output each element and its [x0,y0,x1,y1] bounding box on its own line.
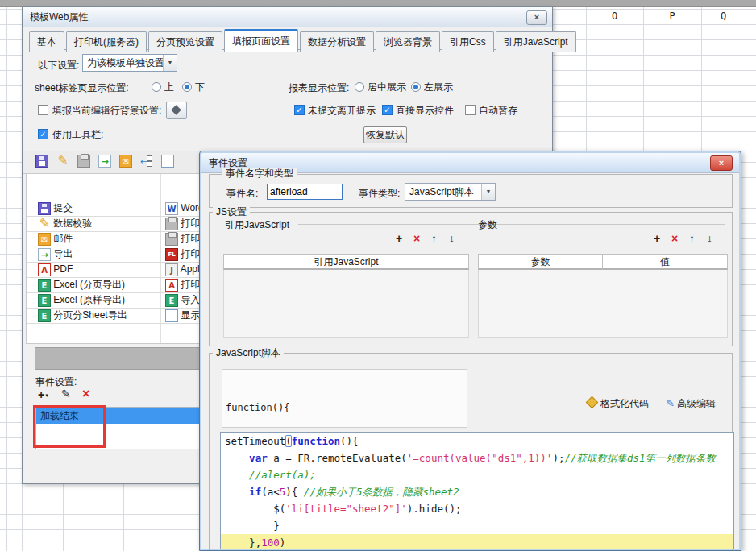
ref-js-table-header[interactable]: 引用JavaScript [223,254,469,270]
tab-3[interactable]: 填报页面设置 [224,29,298,52]
table-cell-right: 打印 [165,231,200,246]
button-label: 提交 [51,202,73,213]
edit-note-icon: ✎ [666,397,675,409]
params-table-body[interactable] [478,270,728,338]
code-line-highlighted[interactable]: },100) [221,534,733,549]
tab-2[interactable]: 分页预览设置 [148,31,222,52]
close-icon[interactable]: × [710,155,733,171]
radio-上[interactable] [152,82,161,92]
use-toolbar-label: 使用工具栏: [52,128,103,142]
arrow-up-icon[interactable]: ↑ [431,232,437,245]
script-group-label: JavaScript脚本 [213,348,284,358]
tab-6[interactable]: 引用Css [442,31,494,52]
flash-icon [165,248,178,261]
scroll-thumb[interactable] [35,347,205,370]
use-toolbar-checkbox[interactable]: ✓ [38,129,48,139]
sheet-tab-position-label: sheet标签页显示位置: [35,81,129,95]
pencil-icon [38,218,51,230]
save-icon[interactable] [35,155,48,168]
event-name-input[interactable] [267,184,343,200]
print-icon [165,233,178,246]
button-label: 导入 [178,294,200,305]
column-header-O[interactable]: O [586,9,643,23]
code-line[interactable]: var a = FR.remoteEvaluate('=count(value(… [221,450,733,466]
widget-icon[interactable]: ← [140,155,153,168]
tab-5[interactable]: 浏览器背景 [376,31,440,52]
add-icon[interactable]: + [396,232,402,245]
row-bg-checkbox[interactable] [38,105,48,115]
name-type-group-label: 事件名字和类型 [222,168,297,179]
button-label: 打印 [178,248,200,259]
button-label: PDF [51,263,73,275]
add-event-button[interactable]: +▼ [38,388,49,402]
tab-0[interactable]: 基本 [29,31,64,52]
format-code-button[interactable]: 格式化代码 [588,397,649,411]
excel-icon [38,294,51,307]
mail-icon [38,233,51,246]
radio-label: 居中展示 [368,81,406,94]
radio-label: 左展示 [424,81,453,94]
print-icon[interactable] [77,155,90,168]
button-label: 导出 [51,248,73,259]
column-header-Q[interactable]: Q [701,9,746,23]
code-line[interactable]: if(a<5){ //如果小于5条数据，隐藏sheet2 [221,483,733,500]
paint-bucket-icon[interactable] [166,102,187,119]
ref-js-table-body[interactable] [223,270,469,338]
code-line[interactable]: //alert(a); [221,466,733,483]
reset-default-button[interactable]: 恢复默认 [363,126,407,143]
button-label: 数据校验 [51,218,92,229]
divider [506,224,725,225]
js-group-label: JS设置 [213,207,250,218]
add-icon[interactable]: + [654,232,660,245]
excel-icon [38,279,51,292]
caret-down-icon: ▼ [44,393,49,398]
edit-event-icon[interactable]: ✎ [61,387,71,400]
checkbox-自动暂存[interactable] [465,105,476,115]
table-cell-left: 分页分Sheet导出 [38,308,127,323]
code-line[interactable]: } [221,517,733,534]
scope-dropdown[interactable]: 为该模板单独设置 ▼ [82,54,177,72]
blank-icon [165,309,178,322]
export-icon[interactable] [98,155,111,168]
close-icon[interactable]: × [526,10,547,25]
pdf-icon [165,279,178,292]
event-type-dropdown[interactable]: JavaScript脚本 ▼ [405,183,496,201]
arrow-down-icon[interactable]: ↓ [449,232,455,245]
params-name-header[interactable]: 参数 [478,254,603,270]
code-line[interactable]: $('li[title="sheet2"]').hide(); [221,500,733,517]
event-settings-dialog: 事件设置 × 事件名字和类型 事件名: 事件类型: JavaScript脚本 ▼… [199,151,741,551]
table-cell-right: 打印 [165,277,200,292]
word-icon [165,202,178,215]
params-value-header[interactable]: 值 [602,254,728,270]
tab-1[interactable]: 打印机(服务器) [66,31,147,52]
radio-左展示[interactable] [411,82,421,92]
advanced-edit-button[interactable]: ✎高级编辑 [666,397,716,411]
save-icon [38,202,51,215]
arrow-down-icon[interactable]: ↓ [707,232,712,245]
template-dialog-titlebar[interactable]: 模板Web属性 [23,7,552,27]
mail-icon[interactable] [119,155,132,168]
red-annotation-box [33,405,106,448]
chevron-down-icon: ▼ [481,184,495,200]
table-cell-right: 打印 [165,216,200,231]
table-cell-left: 邮件 [38,231,73,246]
pencil-icon[interactable] [56,155,69,168]
excel-icon [165,294,178,307]
code-line[interactable]: setTimeout(function(){ [221,433,733,450]
radio-下[interactable] [182,82,192,92]
arrow-up-icon[interactable]: ↑ [689,232,695,245]
tab-7[interactable]: 引用JavaScript [496,31,576,52]
delete-event-icon[interactable]: × [82,387,89,400]
column-header-P[interactable]: P [643,9,701,23]
checkbox-label: 未提交离开提示 [308,104,376,118]
delete-icon[interactable]: × [413,232,420,245]
checkbox-未提交离开提示[interactable]: ✓ [294,105,305,115]
event-type-label: 事件类型: [359,187,400,201]
blank-icon[interactable] [161,155,174,168]
checkbox-直接显示控件[interactable]: ✓ [382,105,393,115]
radio-居中展示[interactable] [355,82,364,92]
tab-4[interactable]: 数据分析设置 [300,31,374,52]
code-editor[interactable]: setTimeout(function(){ var a = FR.remote… [220,432,734,549]
delete-icon[interactable]: × [671,232,678,245]
scope-label: 以下设置: [38,59,79,72]
